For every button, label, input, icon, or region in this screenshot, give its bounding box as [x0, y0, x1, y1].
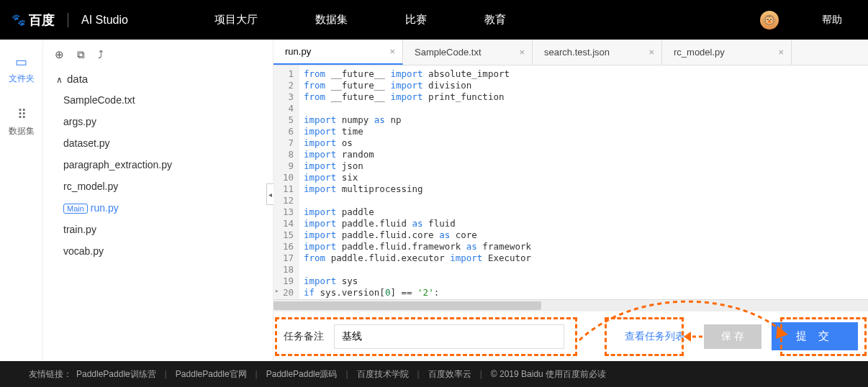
task-remark-input[interactable]	[334, 324, 564, 349]
footer-copyright: © 2019 Baidu 使用百度前必读	[491, 368, 606, 381]
close-icon[interactable]: ×	[519, 47, 525, 58]
header: 🐾百度 AI Studio 项目大厅 数据集 比赛 教育 🐵 帮助	[0, 0, 868, 40]
editor-tabs: run.py× SampleCode.txt× search.test.json…	[273, 40, 868, 65]
main-badge: Main	[63, 204, 88, 214]
tab-label: run.py	[285, 46, 311, 57]
file-item[interactable]: paragraph_extraction.py	[49, 154, 267, 176]
sidebar-label: 数据集	[9, 125, 35, 137]
close-icon[interactable]: ×	[389, 46, 395, 57]
nav-competitions[interactable]: 比赛	[405, 13, 427, 27]
file-name: run.py	[91, 202, 119, 214]
file-item[interactable]: SampleCode.txt	[49, 89, 267, 111]
studio-text: AI Studio	[81, 14, 128, 27]
sidebar-item-datasets[interactable]: ⠿ 数据集	[9, 106, 35, 137]
top-nav: 项目大厅 数据集 比赛 教育	[214, 13, 506, 27]
tab-label: search.test.json	[544, 47, 610, 58]
grid-icon: ⠿	[17, 106, 25, 122]
submit-button[interactable]: 提 交	[772, 322, 858, 350]
chevron-down-icon: ∧	[56, 75, 63, 85]
logo-text: 百度	[29, 12, 55, 29]
help-link[interactable]: 帮助	[822, 14, 842, 27]
close-icon[interactable]: ×	[778, 47, 784, 58]
file-tree: ⊕ ⧉ ⤴ ∧data SampleCode.txt args.py datas…	[43, 40, 273, 361]
close-icon[interactable]: ×	[648, 47, 654, 58]
file-item[interactable]: args.py	[49, 111, 267, 132]
tab-rc-model[interactable]: rc_model.py×	[662, 40, 792, 65]
tab-label: SampleCode.txt	[415, 47, 482, 58]
tab-samplecode[interactable]: SampleCode.txt×	[403, 40, 533, 65]
logo[interactable]: 🐾百度 AI Studio	[12, 12, 128, 29]
task-remark-label: 任务备注	[284, 330, 324, 343]
save-button[interactable]: 保 存	[704, 324, 761, 349]
footer-link[interactable]: PaddlePaddle训练营	[76, 368, 156, 381]
nav-education[interactable]: 教育	[484, 13, 506, 27]
tab-search-json[interactable]: search.test.json×	[533, 40, 662, 65]
file-item[interactable]: dataset.py	[49, 132, 267, 154]
arrow-annotation	[682, 329, 704, 345]
baidu-paw-icon: 🐾	[12, 13, 26, 27]
new-file-icon[interactable]: ⊕	[55, 48, 64, 61]
file-tree-folder[interactable]: ∧data	[49, 68, 267, 89]
footer: 友情链接： PaddlePaddle训练营| PaddlePaddle官网| P…	[0, 361, 868, 387]
editor-area: ◂ run.py× SampleCode.txt× search.test.js…	[273, 40, 868, 361]
divider	[68, 13, 68, 27]
footer-link[interactable]: PaddlePaddle官网	[176, 368, 247, 381]
nav-datasets[interactable]: 数据集	[315, 13, 348, 27]
folder-icon: ▭	[15, 54, 27, 70]
sidebar-item-files[interactable]: ▭ 文件夹	[9, 54, 35, 85]
line-gutter: 123456789101112131415161718192021222324	[273, 65, 299, 299]
footer-link[interactable]: 百度效率云	[428, 368, 471, 381]
avatar[interactable]: 🐵	[760, 11, 779, 29]
file-item[interactable]: rc_model.py	[49, 176, 267, 197]
sidebar-label: 文件夹	[9, 73, 35, 85]
code-editor[interactable]: 123456789101112131415161718192021222324 …	[273, 65, 868, 299]
view-tasks-link[interactable]: 查看任务列表	[625, 330, 685, 343]
tab-label: rc_model.py	[674, 47, 725, 58]
nav-project-hall[interactable]: 项目大厅	[214, 13, 258, 27]
file-item-active[interactable]: Mainrun.py	[49, 197, 267, 219]
footer-link[interactable]: 百度技术学院	[357, 368, 409, 381]
code-text[interactable]: from __future__ import absolute_importfr…	[299, 65, 868, 299]
upload-icon[interactable]: ⤴	[98, 48, 104, 61]
footer-link[interactable]: PaddlePaddle源码	[266, 368, 338, 381]
footer-prefix: 友情链接：	[29, 368, 72, 381]
file-item[interactable]: vocab.py	[49, 240, 267, 262]
folder-name: data	[67, 73, 88, 85]
horizontal-scrollbar[interactable]	[273, 299, 868, 311]
scroll-thumb[interactable]	[273, 301, 541, 310]
file-tree-actions: ⊕ ⧉ ⤴	[49, 48, 267, 68]
collapse-handle[interactable]: ◂	[266, 183, 273, 205]
file-item[interactable]: train.py	[49, 219, 267, 240]
main: ▭ 文件夹 ⠿ 数据集 ⊕ ⧉ ⤴ ∧data SampleCode.txt a…	[0, 40, 868, 361]
bottom-bar: 任务备注 查看任务列表 保 存 提 交	[273, 311, 868, 361]
tab-run-py[interactable]: run.py×	[273, 40, 403, 65]
new-folder-icon[interactable]: ⧉	[77, 48, 85, 61]
left-sidebar: ▭ 文件夹 ⠿ 数据集	[0, 40, 43, 361]
